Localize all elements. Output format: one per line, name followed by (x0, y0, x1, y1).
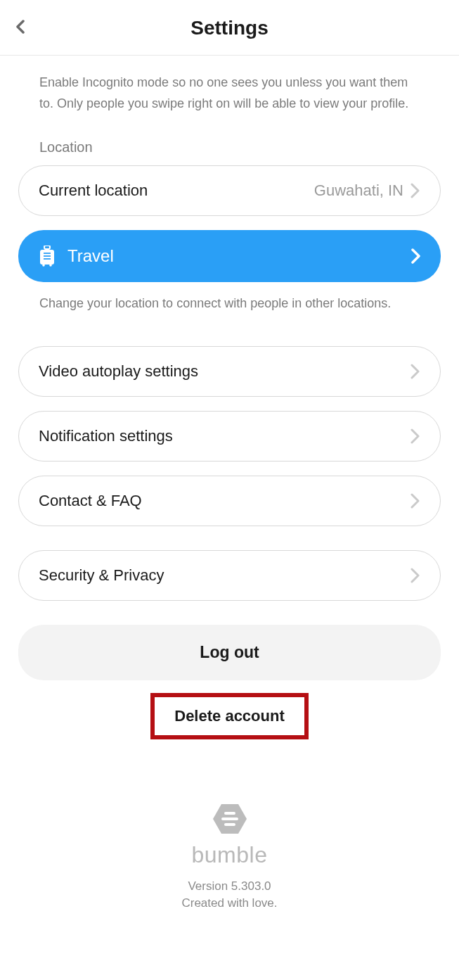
chevron-right-icon (410, 568, 420, 583)
svg-rect-8 (224, 812, 235, 815)
delete-account-label: Delete account (174, 707, 285, 725)
delete-account-button[interactable]: Delete account (150, 693, 309, 739)
footer: bumble Version 5.303.0 Created with love… (18, 803, 441, 910)
svg-point-5 (42, 265, 45, 267)
back-icon[interactable] (14, 20, 28, 37)
incognito-description: Enable Incognito mode so no one sees you… (18, 72, 441, 114)
video-autoplay-row[interactable]: Video autoplay settings (18, 346, 441, 397)
security-privacy-label: Security & Privacy (39, 566, 164, 585)
svg-rect-10 (224, 823, 235, 826)
svg-rect-9 (221, 817, 238, 820)
page-title: Settings (190, 17, 268, 39)
chevron-right-icon (410, 364, 420, 379)
current-location-value: Guwahati, IN (314, 182, 403, 200)
header: Settings (0, 0, 459, 56)
chevron-right-icon (410, 493, 420, 509)
current-location-row[interactable]: Current location Guwahati, IN (18, 165, 441, 216)
svg-point-6 (49, 265, 52, 267)
brand-name: bumble (192, 842, 268, 868)
content: Enable Incognito mode so no one sees you… (0, 56, 459, 938)
svg-rect-0 (44, 246, 50, 249)
svg-rect-1 (40, 250, 54, 265)
chevron-right-icon (410, 183, 420, 198)
current-location-label: Current location (39, 182, 148, 200)
notification-settings-label: Notification settings (39, 427, 173, 445)
brand-logo-icon (212, 803, 248, 835)
tagline-text: Created with love. (181, 896, 277, 910)
travel-row[interactable]: Travel (18, 230, 441, 282)
travel-description: Change your location to connect with peo… (18, 293, 441, 314)
video-autoplay-label: Video autoplay settings (39, 362, 198, 381)
location-section-label: Location (18, 139, 441, 155)
chevron-right-icon (410, 428, 420, 444)
travel-label: Travel (67, 246, 114, 266)
notification-settings-row[interactable]: Notification settings (18, 411, 441, 462)
security-privacy-row[interactable]: Security & Privacy (18, 550, 441, 601)
suitcase-icon (38, 246, 56, 267)
contact-faq-row[interactable]: Contact & FAQ (18, 476, 441, 526)
contact-faq-label: Contact & FAQ (39, 492, 142, 510)
version-text: Version 5.303.0 (188, 879, 271, 893)
logout-button[interactable]: Log out (18, 625, 441, 680)
chevron-right-icon (411, 248, 421, 264)
